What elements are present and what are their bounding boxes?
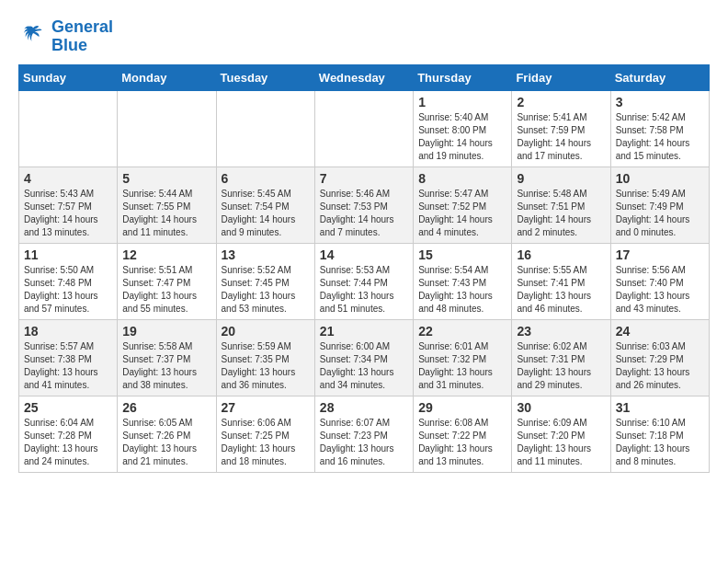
day-detail: Sunrise: 5:43 AM Sunset: 7:57 PM Dayligh… [24, 188, 112, 239]
weekday-header-cell: Monday [118, 64, 216, 90]
day-detail: Sunrise: 6:07 AM Sunset: 7:23 PM Dayligh… [320, 417, 408, 468]
calendar-cell: 24Sunrise: 6:03 AM Sunset: 7:29 PM Dayli… [610, 319, 709, 396]
calendar-cell: 11Sunrise: 5:50 AM Sunset: 7:48 PM Dayli… [19, 243, 118, 319]
calendar-cell: 28Sunrise: 6:07 AM Sunset: 7:23 PM Dayli… [314, 396, 413, 472]
day-detail: Sunrise: 5:53 AM Sunset: 7:44 PM Dayligh… [320, 264, 408, 316]
calendar-cell: 10Sunrise: 5:49 AM Sunset: 7:49 PM Dayli… [610, 167, 709, 243]
calendar-cell: 3Sunrise: 5:42 AM Sunset: 7:58 PM Daylig… [610, 90, 709, 167]
day-detail: Sunrise: 5:40 AM Sunset: 8:00 PM Dayligh… [418, 111, 506, 163]
day-detail: Sunrise: 6:02 AM Sunset: 7:31 PM Dayligh… [517, 340, 605, 392]
day-detail: Sunrise: 5:52 AM Sunset: 7:45 PM Dayligh… [222, 264, 310, 316]
day-number: 26 [122, 400, 210, 415]
weekday-header-cell: Sunday [19, 64, 118, 90]
calendar-week-row: 25Sunrise: 6:04 AM Sunset: 7:28 PM Dayli… [19, 396, 710, 472]
logo-text: General Blue [51, 18, 113, 55]
calendar-body: 1Sunrise: 5:40 AM Sunset: 8:00 PM Daylig… [19, 90, 710, 472]
calendar-cell: 22Sunrise: 6:01 AM Sunset: 7:32 PM Dayli… [414, 319, 512, 396]
weekday-header-cell: Wednesday [314, 64, 413, 90]
calendar-cell: 16Sunrise: 5:55 AM Sunset: 7:41 PM Dayli… [512, 243, 610, 319]
day-number: 20 [222, 324, 310, 339]
calendar-cell [314, 90, 413, 167]
day-detail: Sunrise: 6:05 AM Sunset: 7:26 PM Dayligh… [122, 417, 210, 468]
day-detail: Sunrise: 5:44 AM Sunset: 7:55 PM Dayligh… [122, 188, 210, 239]
day-detail: Sunrise: 5:54 AM Sunset: 7:43 PM Dayligh… [418, 264, 506, 316]
calendar-cell [118, 90, 216, 167]
day-detail: Sunrise: 5:47 AM Sunset: 7:52 PM Dayligh… [418, 188, 506, 239]
day-detail: Sunrise: 6:03 AM Sunset: 7:29 PM Dayligh… [616, 340, 704, 392]
calendar-table: SundayMondayTuesdayWednesdayThursdayFrid… [18, 64, 710, 473]
calendar-cell: 14Sunrise: 5:53 AM Sunset: 7:44 PM Dayli… [314, 243, 413, 319]
day-detail: Sunrise: 6:01 AM Sunset: 7:32 PM Dayligh… [418, 340, 506, 392]
day-number: 7 [320, 171, 408, 186]
day-detail: Sunrise: 5:42 AM Sunset: 7:58 PM Dayligh… [616, 111, 704, 163]
calendar-cell: 17Sunrise: 5:56 AM Sunset: 7:40 PM Dayli… [610, 243, 709, 319]
calendar-cell: 19Sunrise: 5:58 AM Sunset: 7:37 PM Dayli… [118, 319, 216, 396]
day-number: 4 [24, 171, 112, 186]
day-detail: Sunrise: 5:56 AM Sunset: 7:40 PM Dayligh… [616, 264, 704, 316]
day-number: 29 [418, 400, 506, 415]
day-detail: Sunrise: 5:46 AM Sunset: 7:53 PM Dayligh… [320, 188, 408, 239]
day-number: 12 [122, 247, 210, 262]
day-number: 21 [320, 324, 408, 339]
day-detail: Sunrise: 5:55 AM Sunset: 7:41 PM Dayligh… [517, 264, 605, 316]
calendar-cell: 31Sunrise: 6:10 AM Sunset: 7:18 PM Dayli… [610, 396, 709, 472]
day-number: 8 [418, 171, 506, 186]
calendar-cell: 21Sunrise: 6:00 AM Sunset: 7:34 PM Dayli… [314, 319, 413, 396]
day-detail: Sunrise: 6:00 AM Sunset: 7:34 PM Dayligh… [320, 340, 408, 392]
day-detail: Sunrise: 6:08 AM Sunset: 7:22 PM Dayligh… [418, 417, 506, 468]
day-number: 30 [517, 400, 605, 415]
calendar-cell: 9Sunrise: 5:48 AM Sunset: 7:51 PM Daylig… [512, 167, 610, 243]
day-number: 19 [122, 324, 210, 339]
day-number: 1 [418, 95, 506, 109]
weekday-header-cell: Friday [512, 64, 610, 90]
day-detail: Sunrise: 5:59 AM Sunset: 7:35 PM Dayligh… [222, 340, 310, 392]
calendar-cell: 13Sunrise: 5:52 AM Sunset: 7:45 PM Dayli… [216, 243, 314, 319]
day-number: 24 [616, 324, 704, 339]
calendar-cell: 6Sunrise: 5:45 AM Sunset: 7:54 PM Daylig… [216, 167, 314, 243]
logo-icon [18, 22, 48, 52]
day-number: 27 [222, 400, 310, 415]
day-detail: Sunrise: 5:57 AM Sunset: 7:38 PM Dayligh… [24, 340, 112, 392]
calendar-cell: 27Sunrise: 6:06 AM Sunset: 7:25 PM Dayli… [216, 396, 314, 472]
day-detail: Sunrise: 6:06 AM Sunset: 7:25 PM Dayligh… [222, 417, 310, 468]
day-number: 3 [616, 95, 704, 109]
calendar-cell: 1Sunrise: 5:40 AM Sunset: 8:00 PM Daylig… [414, 90, 512, 167]
calendar-cell [216, 90, 314, 167]
calendar-cell: 23Sunrise: 6:02 AM Sunset: 7:31 PM Dayli… [512, 319, 610, 396]
calendar-week-row: 18Sunrise: 5:57 AM Sunset: 7:38 PM Dayli… [19, 319, 710, 396]
calendar-cell: 20Sunrise: 5:59 AM Sunset: 7:35 PM Dayli… [216, 319, 314, 396]
day-number: 28 [320, 400, 408, 415]
weekday-header-row: SundayMondayTuesdayWednesdayThursdayFrid… [19, 64, 710, 90]
calendar-cell: 29Sunrise: 6:08 AM Sunset: 7:22 PM Dayli… [414, 396, 512, 472]
calendar-cell: 18Sunrise: 5:57 AM Sunset: 7:38 PM Dayli… [19, 319, 118, 396]
day-number: 16 [517, 247, 605, 262]
calendar-cell [19, 90, 118, 167]
calendar-cell: 30Sunrise: 6:09 AM Sunset: 7:20 PM Dayli… [512, 396, 610, 472]
day-detail: Sunrise: 5:49 AM Sunset: 7:49 PM Dayligh… [616, 188, 704, 239]
calendar-cell: 25Sunrise: 6:04 AM Sunset: 7:28 PM Dayli… [19, 396, 118, 472]
day-number: 6 [222, 171, 310, 186]
calendar-cell: 15Sunrise: 5:54 AM Sunset: 7:43 PM Dayli… [414, 243, 512, 319]
calendar-cell: 2Sunrise: 5:41 AM Sunset: 7:59 PM Daylig… [512, 90, 610, 167]
day-number: 14 [320, 247, 408, 262]
day-detail: Sunrise: 5:48 AM Sunset: 7:51 PM Dayligh… [517, 188, 605, 239]
day-number: 15 [418, 247, 506, 262]
day-number: 25 [24, 400, 112, 415]
day-number: 31 [616, 400, 704, 415]
day-detail: Sunrise: 5:50 AM Sunset: 7:48 PM Dayligh… [24, 264, 112, 316]
day-number: 13 [222, 247, 310, 262]
calendar-week-row: 11Sunrise: 5:50 AM Sunset: 7:48 PM Dayli… [19, 243, 710, 319]
weekday-header-cell: Thursday [414, 64, 512, 90]
weekday-header-cell: Tuesday [216, 64, 314, 90]
calendar-cell: 7Sunrise: 5:46 AM Sunset: 7:53 PM Daylig… [314, 167, 413, 243]
day-detail: Sunrise: 5:41 AM Sunset: 7:59 PM Dayligh… [517, 111, 605, 163]
day-detail: Sunrise: 6:09 AM Sunset: 7:20 PM Dayligh… [517, 417, 605, 468]
day-number: 5 [122, 171, 210, 186]
calendar-cell: 4Sunrise: 5:43 AM Sunset: 7:57 PM Daylig… [19, 167, 118, 243]
day-detail: Sunrise: 6:04 AM Sunset: 7:28 PM Dayligh… [24, 417, 112, 468]
day-number: 22 [418, 324, 506, 339]
calendar-week-row: 1Sunrise: 5:40 AM Sunset: 8:00 PM Daylig… [19, 90, 710, 167]
calendar-cell: 5Sunrise: 5:44 AM Sunset: 7:55 PM Daylig… [118, 167, 216, 243]
day-number: 11 [24, 247, 112, 262]
weekday-header-cell: Saturday [610, 64, 709, 90]
